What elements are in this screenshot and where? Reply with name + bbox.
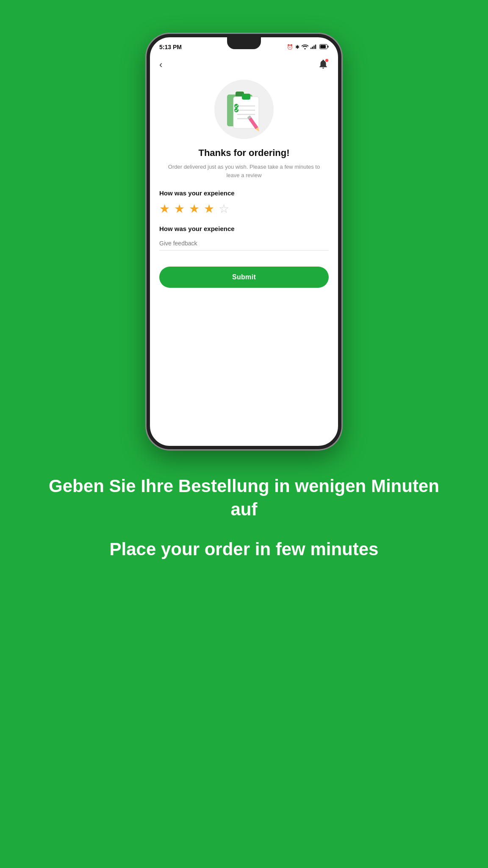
phone-frame: 5:13 PM ⏰ ✱ <box>147 34 341 449</box>
status-icons: ⏰ ✱ <box>287 44 329 51</box>
english-text: Place your order in few minutes <box>34 538 454 561</box>
thanks-subtitle: Order delivered just as you wish. Please… <box>150 163 338 179</box>
feedback-input[interactable] <box>159 236 329 250</box>
bottom-section: Geben Sie Ihre Bestellung in wenigen Min… <box>0 449 488 578</box>
stars-row: ★ ★ ★ ★ ☆ <box>150 202 338 216</box>
svg-rect-6 <box>328 45 329 47</box>
svg-rect-1 <box>312 47 313 49</box>
svg-rect-5 <box>320 45 326 48</box>
svg-rect-2 <box>313 45 314 49</box>
german-text: Geben Sie Ihre Bestellung in wenigen Min… <box>34 475 454 521</box>
status-time: 5:13 PM <box>159 44 182 50</box>
phone-notch <box>227 37 261 49</box>
thanks-title: Thanks for ordering! <box>150 147 338 159</box>
star-4[interactable]: ★ <box>204 202 214 216</box>
submit-button[interactable]: Submit <box>159 267 329 288</box>
wifi-icon <box>302 44 308 51</box>
page-wrapper: 5:13 PM ⏰ ✱ <box>0 0 488 578</box>
star-2[interactable]: ★ <box>174 202 185 216</box>
top-nav: ‹ <box>150 54 338 75</box>
experience-label: How was your expeience <box>150 189 338 197</box>
clipboard-svg <box>219 84 269 135</box>
svg-rect-3 <box>315 45 316 49</box>
star-3[interactable]: ★ <box>189 202 200 216</box>
battery-icon <box>319 44 329 50</box>
svg-rect-10 <box>242 94 250 100</box>
app-content: ‹ <box>150 54 338 296</box>
bell-button[interactable] <box>318 58 329 71</box>
notification-dot <box>325 59 328 62</box>
illustration-circle <box>214 80 274 139</box>
back-button[interactable]: ‹ <box>159 59 162 70</box>
signal-icon <box>311 44 317 51</box>
feedback-label: How was your expeience <box>159 225 329 232</box>
submit-section: Submit <box>150 254 338 296</box>
star-1[interactable]: ★ <box>159 202 170 216</box>
bluetooth-icon: ✱ <box>295 44 299 50</box>
svg-rect-0 <box>311 47 311 49</box>
illustration-container <box>150 80 338 139</box>
feedback-section: How was your expeience <box>150 225 338 250</box>
star-5[interactable]: ☆ <box>219 202 229 216</box>
alarm-icon: ⏰ <box>287 44 293 50</box>
